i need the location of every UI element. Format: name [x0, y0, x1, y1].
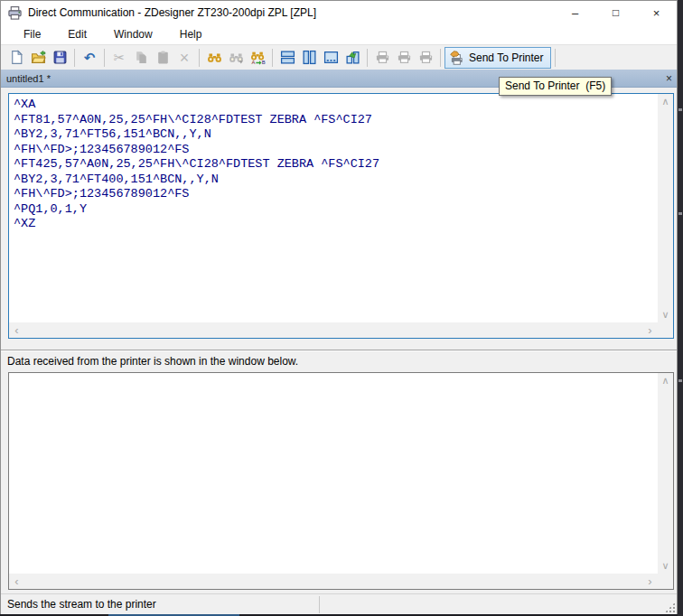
new-document-button[interactable]: [5, 47, 27, 68]
screen: Direct Communication - ZDesigner ZT230-2…: [0, 0, 683, 616]
scroll-left-icon[interactable]: ‹: [9, 574, 24, 589]
delete-button[interactable]: ×: [173, 47, 195, 68]
tile-horizontal-icon: [280, 50, 295, 65]
printer-disabled-icon: [375, 50, 390, 65]
save-button[interactable]: [49, 47, 70, 68]
background-right-sliver: [678, 0, 683, 616]
toolbar-separator: [74, 49, 75, 67]
app-printer-icon: [7, 5, 23, 21]
statusbar: Sends the stream to the printer: [1, 593, 677, 614]
cascade-windows-button[interactable]: [320, 47, 342, 68]
save-floppy-icon: [52, 50, 68, 65]
scrollbar-corner: [658, 574, 673, 589]
tile-vertical-icon: [302, 50, 317, 65]
toolbar: ↶ ✂ ×: [1, 44, 677, 70]
scroll-down-icon[interactable]: ∨: [658, 558, 673, 574]
new-document-icon: [9, 50, 24, 65]
tab-close-icon: ×: [666, 72, 672, 85]
paste-clipboard-icon: [155, 50, 171, 65]
scroll-right-icon[interactable]: ›: [642, 322, 658, 338]
zpl-code-input[interactable]: ^XA ^FT81,57^A0N,25,25^FH\^CI28^FDTEST Z…: [9, 94, 658, 322]
send-to-printer-button[interactable]: Send To Printer: [444, 47, 551, 69]
window-title: Direct Communication - ZDesigner ZT230-2…: [28, 6, 316, 19]
send-to-printer-icon: [449, 50, 465, 66]
scrollbar-corner: [658, 322, 673, 338]
paste-button[interactable]: [152, 47, 173, 68]
printer-output-value[interactable]: [9, 373, 658, 574]
status-divider: [319, 596, 320, 613]
scroll-up-icon[interactable]: ∧: [658, 94, 673, 109]
window-controls: – □ ×: [555, 1, 677, 24]
print-setup-button[interactable]: [371, 47, 393, 68]
printer-disabled-icon: [418, 50, 434, 65]
find-next-button[interactable]: [225, 47, 247, 68]
arrange-windows-icon: [345, 50, 360, 65]
send-to-printer-tooltip: Send To Printer (F5): [499, 77, 612, 96]
close-button[interactable]: ×: [636, 1, 677, 24]
menu-help[interactable]: Help: [166, 24, 216, 44]
undo-icon: ↶: [84, 51, 96, 64]
output-vertical-scrollbar[interactable]: ∧ ∨: [658, 373, 673, 574]
replace-icon: A B: [250, 50, 266, 65]
titlebar: Direct Communication - ZDesigner ZT230-2…: [1, 1, 677, 24]
print-stream-button[interactable]: [415, 47, 436, 68]
scroll-up-icon[interactable]: ∧: [658, 373, 673, 388]
toolbar-separator: [555, 49, 556, 67]
output-horizontal-scrollbar[interactable]: ‹ ›: [9, 574, 658, 589]
minimize-icon: –: [572, 6, 578, 20]
close-icon: ×: [653, 6, 660, 20]
arrange-windows-button[interactable]: [342, 47, 363, 68]
editor-horizontal-scrollbar[interactable]: ‹ ›: [9, 322, 658, 338]
minimize-button[interactable]: –: [555, 1, 595, 24]
tab-untitled1[interactable]: untitled1 *: [1, 73, 51, 84]
svg-text:A: A: [251, 60, 255, 65]
menu-file[interactable]: File: [10, 24, 54, 44]
cut-button[interactable]: ✂: [108, 47, 130, 68]
copy-icon: [134, 50, 149, 65]
replace-button[interactable]: A B: [247, 47, 268, 68]
find-button[interactable]: [203, 47, 225, 68]
svg-text:B: B: [261, 60, 265, 65]
copy-button[interactable]: [130, 47, 152, 68]
printer-disabled-icon: [397, 50, 412, 65]
menu-window[interactable]: Window: [100, 24, 166, 44]
undo-button[interactable]: ↶: [79, 47, 100, 68]
tile-horizontal-button[interactable]: [276, 47, 298, 68]
maximize-icon: □: [613, 6, 619, 19]
scroll-down-icon[interactable]: ∨: [658, 307, 673, 322]
send-to-printer-label: Send To Printer: [469, 51, 544, 64]
maximize-button[interactable]: □: [595, 1, 636, 24]
received-data-label: Data received from the printer is shown …: [7, 355, 298, 368]
scroll-left-icon[interactable]: ‹: [9, 322, 24, 338]
menubar: File Edit Window Help: [1, 24, 677, 44]
scroll-right-icon[interactable]: ›: [642, 574, 658, 589]
editor-vertical-scrollbar[interactable]: ∧ ∨: [658, 94, 673, 322]
send-file-button[interactable]: [393, 47, 415, 68]
cascade-windows-icon: [323, 50, 339, 65]
toolbar-separator: [440, 49, 441, 67]
find-binoculars-icon: [207, 50, 222, 65]
panel-splitter[interactable]: [1, 350, 677, 351]
tab-close-button[interactable]: ×: [666, 70, 672, 88]
menu-edit[interactable]: Edit: [54, 24, 100, 44]
find-next-icon: [229, 50, 244, 65]
toolbar-separator: [272, 49, 273, 67]
open-file-button[interactable]: [27, 47, 49, 68]
toolbar-separator: [199, 49, 200, 67]
zpl-editor: ^XA ^FT81,57^A0N,25,25^FH\^CI28^FDTEST Z…: [8, 93, 674, 339]
toolbar-separator: [104, 49, 105, 67]
printer-output-panel: ∧ ∨ ‹ ›: [8, 372, 674, 590]
toolbar-separator: [367, 49, 368, 67]
cut-scissors-icon: ✂: [114, 51, 126, 64]
status-message: Sends the stream to the printer: [7, 594, 156, 615]
tile-vertical-button[interactable]: [298, 47, 320, 68]
resize-grip[interactable]: [665, 602, 675, 612]
open-folder-icon: [31, 50, 46, 65]
delete-icon: ×: [180, 50, 190, 66]
